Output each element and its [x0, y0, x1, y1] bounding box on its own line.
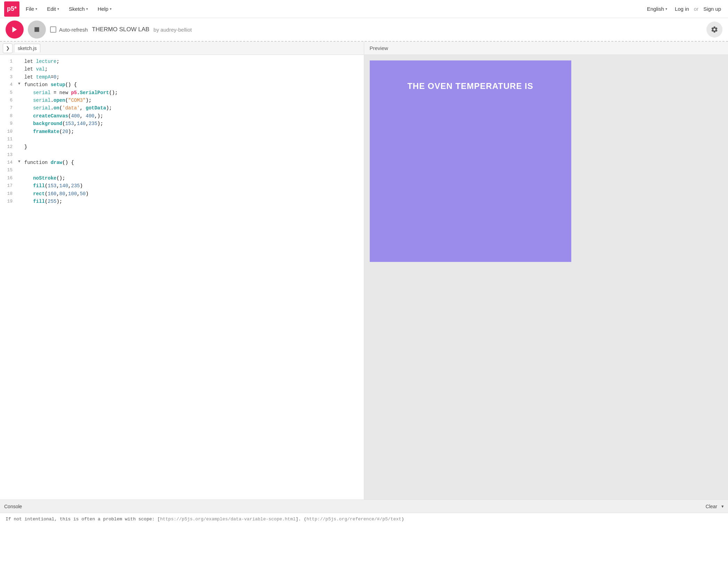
gear-icon [711, 26, 718, 33]
console-panel: Console Clear ▾ If not intentional, this… [0, 500, 728, 569]
preview-label: Preview [370, 45, 388, 51]
preview-panel: Preview THE OVEN TEMPERATURE IS [364, 42, 728, 500]
console-output: If not intentional, this is often a prob… [0, 513, 728, 569]
stop-button[interactable] [28, 20, 46, 39]
code-line-8: 8 createCanvas(400, 400,); [0, 112, 364, 120]
svg-marker-0 [13, 27, 17, 33]
settings-button[interactable] [706, 22, 722, 38]
navbar: p5* File ▾ Edit ▾ Sketch ▾ Help ▾ Englis… [0, 0, 728, 18]
language-chevron-icon: ▾ [665, 7, 667, 11]
code-line-11: 11 [0, 135, 364, 143]
code-line-12: 12 } [0, 143, 364, 151]
console-expand-icon[interactable]: ▾ [721, 504, 724, 509]
editor-tabs: ❯ sketch.js [0, 42, 364, 55]
code-line-3: 3 let tempA=0; [0, 73, 364, 81]
sketch-tab[interactable]: sketch.js [14, 44, 40, 52]
canvas-text: THE OVEN TEMPERATURE IS [407, 81, 533, 91]
run-button[interactable] [6, 20, 24, 39]
help-chevron-icon: ▾ [110, 7, 112, 11]
code-line-14: 14 ▼ function draw() { [0, 159, 364, 166]
canvas-output: THE OVEN TEMPERATURE IS [370, 60, 571, 262]
code-line-10: 10 frameRate(20); [0, 128, 364, 135]
console-title: Console [4, 504, 22, 509]
code-line-19: 19 fill(255); [0, 198, 364, 205]
menu-help[interactable]: Help ▾ [94, 4, 115, 14]
sketch-chevron-icon: ▾ [86, 7, 88, 11]
collapse-button[interactable]: ❯ [3, 43, 13, 53]
auto-refresh-container: Auto-refresh [50, 26, 88, 33]
file-chevron-icon: ▾ [35, 7, 37, 11]
console-message: If not intentional, this is often a prob… [6, 516, 722, 523]
auto-refresh-label: Auto-refresh [59, 27, 88, 33]
edit-chevron-icon: ▾ [57, 7, 59, 11]
menu-sketch[interactable]: Sketch ▾ [65, 4, 91, 14]
console-link-2[interactable]: http://p5js.org/reference/#/p5/text [306, 517, 401, 522]
p5-logo: p5* [4, 1, 19, 17]
login-link[interactable]: Log in [672, 5, 692, 13]
code-line-9: 9 background(153,140,235); [0, 120, 364, 127]
console-actions: Clear ▾ [704, 503, 724, 510]
code-line-17: 17 fill(153,140,235) [0, 182, 364, 190]
code-line-6: 6 serial.open("COM3"); [0, 97, 364, 104]
sketch-author: by audrey-belliot [154, 27, 192, 33]
editor-preview-split: ❯ sketch.js 1 let lecture; 2 let val; [0, 42, 728, 500]
code-line-7: 7 serial.on('data', gotData); [0, 104, 364, 112]
clear-button[interactable]: Clear [704, 503, 719, 510]
code-line-13: 13 [0, 151, 364, 159]
code-line-4: 4 ▼ function setup() { [0, 81, 364, 89]
stop-icon [33, 26, 40, 33]
signup-link[interactable]: Sign up [701, 5, 724, 13]
preview-canvas-area: THE OVEN TEMPERATURE IS [364, 55, 728, 500]
menu-file[interactable]: File ▾ [22, 4, 41, 14]
svg-rect-1 [34, 27, 39, 32]
sketch-title: THERMO SLOW LAB [92, 26, 149, 33]
editor-panel: ❯ sketch.js 1 let lecture; 2 let val; [0, 42, 364, 500]
main-area: ❯ sketch.js 1 let lecture; 2 let val; [0, 42, 728, 569]
code-editor[interactable]: 1 let lecture; 2 let val; 3 let tempA=0; [0, 55, 364, 500]
console-header: Console Clear ▾ [0, 500, 728, 513]
language-selector[interactable]: English ▾ [644, 5, 670, 13]
code-line-2: 2 let val; [0, 65, 364, 73]
nav-or-separator: or [694, 6, 698, 12]
code-line-18: 18 rect(160,80,100,50) [0, 190, 364, 198]
toolbar: Auto-refresh THERMO SLOW LAB by audrey-b… [0, 18, 728, 42]
console-link-1[interactable]: https://p5js.org/examples/data-variable-… [160, 517, 296, 522]
menu-edit[interactable]: Edit ▾ [43, 4, 63, 14]
code-line-1: 1 let lecture; [0, 58, 364, 65]
preview-header: Preview [364, 42, 728, 55]
code-line-5: 5 serial = new p5.SerialPort(); [0, 89, 364, 97]
play-icon [11, 26, 18, 33]
auto-refresh-checkbox[interactable] [50, 26, 56, 33]
code-line-16: 16 noStroke(); [0, 174, 364, 182]
code-line-15: 15 [0, 166, 364, 174]
